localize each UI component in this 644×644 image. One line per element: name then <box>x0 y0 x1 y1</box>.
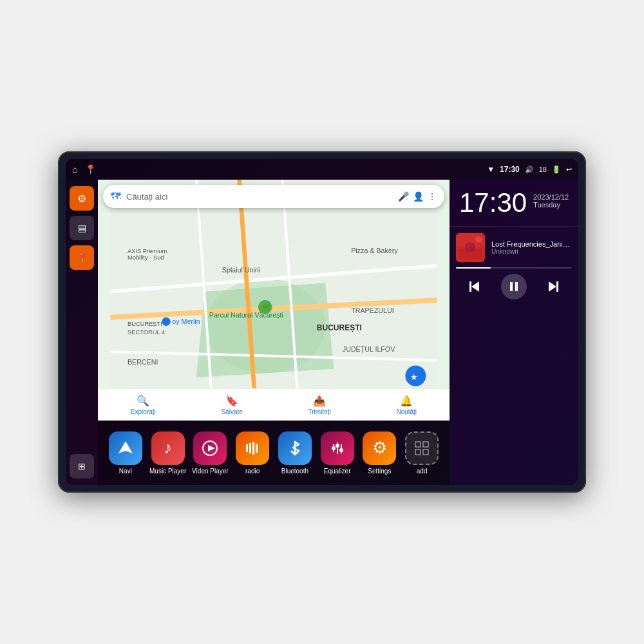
map-tab-explore[interactable]: 🔍 Explorați <box>131 395 156 415</box>
wifi-icon: ▼ <box>487 165 495 174</box>
map-search-actions: 🎤 👤 ⋮ <box>398 191 437 202</box>
center-area: Splaiul Unirii TRAPEZULUI BUCUREȘTI JUDE… <box>98 180 450 485</box>
account-icon[interactable]: 👤 <box>413 191 424 202</box>
files-icon: ▤ <box>78 223 86 233</box>
sidebar-files-button[interactable]: ▤ <box>70 216 94 240</box>
map-tab-saved[interactable]: 🔖 Salvate <box>221 395 242 415</box>
battery-icon: 🔋 <box>552 166 561 174</box>
svg-rect-32 <box>252 442 254 455</box>
app-bluetooth[interactable]: Bluetooth <box>274 431 316 475</box>
status-time: 17:30 <box>500 165 520 174</box>
svg-text:BERCENI: BERCENI <box>128 358 158 366</box>
svg-rect-54 <box>556 281 558 292</box>
explore-label: Explorați <box>131 408 156 415</box>
map-background: Splaiul Unirii TRAPEZULUI BUCUREȘTI JUDE… <box>98 180 450 421</box>
svg-rect-31 <box>249 443 251 453</box>
clock-widget: 17:30 2023/12/12 Tuesday <box>450 180 578 227</box>
svg-marker-2 <box>196 283 334 377</box>
app-settings[interactable]: ⚙ Settings <box>359 431 401 475</box>
progress-bar[interactable] <box>456 267 572 269</box>
share-label: Trimiteți <box>308 408 331 415</box>
navi-icon <box>109 431 142 465</box>
track-artist: Unknown <box>491 248 572 255</box>
svg-marker-49 <box>471 281 479 292</box>
sidebar-settings-button[interactable]: ⚙ <box>70 186 94 211</box>
svg-rect-51 <box>510 282 513 291</box>
equalizer-icon <box>321 431 354 465</box>
sidebar: ⚙ ▤ 📍 ⊞ <box>66 180 98 485</box>
svg-rect-30 <box>246 444 248 452</box>
clock-date: 2023/12/12 Tuesday <box>533 189 569 209</box>
volume-icon: 🔊 <box>525 166 534 174</box>
svg-text:BUCUREȘTI: BUCUREȘTI <box>128 321 162 327</box>
clock-row: 17:30 2023/12/12 Tuesday <box>459 189 569 216</box>
map-search-bar[interactable]: 🗺 Căutați aici 🎤 👤 ⋮ <box>103 185 444 208</box>
add-icon <box>405 431 439 465</box>
maps-icon[interactable]: 📍 <box>85 164 96 175</box>
svg-marker-27 <box>118 441 133 453</box>
app-music-player[interactable]: ♪ Music Player <box>147 431 189 475</box>
map-search-text[interactable]: Căutați aici <box>126 192 393 202</box>
track-details: Lost Frequencies_Janie... Unknown <box>491 240 572 255</box>
svg-text:SECTORUL 4: SECTORUL 4 <box>128 329 165 336</box>
app-radio[interactable]: radio <box>231 431 274 475</box>
svg-text:TRAPEZULUI: TRAPEZULUI <box>351 307 393 314</box>
more-icon[interactable]: ⋮ <box>428 191 437 202</box>
svg-rect-40 <box>415 442 421 447</box>
day-display: Tuesday <box>533 201 569 209</box>
map-container[interactable]: Splaiul Unirii TRAPEZULUI BUCUREȘTI JUDE… <box>98 180 450 421</box>
svg-point-20 <box>162 317 170 326</box>
home-icon[interactable]: ⌂ <box>72 164 77 175</box>
app-navi[interactable]: Navi <box>104 431 147 475</box>
svg-text:AXIS Premium: AXIS Premium <box>128 248 167 254</box>
svg-point-37 <box>336 444 339 448</box>
music-icon: ♪ <box>151 431 185 465</box>
explore-icon: 🔍 <box>137 395 149 407</box>
music-controls <box>456 274 572 299</box>
sidebar-grid-button[interactable]: ⊞ <box>70 454 94 478</box>
svg-rect-47 <box>459 249 482 259</box>
map-tab-share[interactable]: 📤 Trimiteți <box>308 395 331 415</box>
svg-text:BUCUREȘTI: BUCUREȘTI <box>317 323 362 332</box>
pause-button[interactable] <box>501 274 527 299</box>
music-widget: Lost Frequencies_Janie... Unknown <box>450 227 578 485</box>
date-display: 2023/12/12 <box>533 193 569 201</box>
svg-text:Splaiul Unirii: Splaiul Unirii <box>222 266 260 274</box>
settings-app-icon: ⚙ <box>363 431 396 465</box>
saved-icon: 🔖 <box>225 395 238 407</box>
add-label: add <box>417 468 428 475</box>
svg-text:oy Merlin: oy Merlin <box>172 317 200 325</box>
screen: ⌂ 📍 ▼ 17:30 🔊 18 🔋 ↩ ⚙ ▤ <box>66 159 578 485</box>
svg-text:🌿: 🌿 <box>261 303 270 312</box>
svg-text:★: ★ <box>410 372 418 382</box>
clock-display: 17:30 <box>459 189 527 216</box>
app-add[interactable]: add <box>401 431 443 475</box>
sidebar-maps-button[interactable]: 📍 <box>70 245 94 270</box>
svg-text:Parcul Natural Văcărești: Parcul Natural Văcărești <box>209 311 283 319</box>
map-tabs: 🔍 Explorați 🔖 Salvate 📤 Trimiteți <box>98 388 450 421</box>
music-info: Lost Frequencies_Janie... Unknown <box>456 233 572 262</box>
google-maps-icon: 🗺 <box>111 191 121 202</box>
svg-rect-41 <box>423 442 428 447</box>
car-device: ⌂ 📍 ▼ 17:30 🔊 18 🔋 ↩ ⚙ ▤ <box>58 151 586 493</box>
right-panel: 17:30 2023/12/12 Tuesday <box>450 180 578 485</box>
music-player-label: Music Player <box>149 468 186 475</box>
back-icon[interactable]: ↩ <box>566 166 572 174</box>
app-equalizer[interactable]: Equalizer <box>316 431 359 475</box>
news-icon: 🔔 <box>400 395 413 407</box>
album-art-image <box>456 233 485 262</box>
svg-rect-33 <box>256 444 258 453</box>
microphone-icon[interactable]: 🎤 <box>398 191 409 202</box>
svg-rect-43 <box>423 450 428 455</box>
svg-text:JUDEȚUL ILFOV: JUDEȚUL ILFOV <box>343 345 395 353</box>
app-video-player[interactable]: Video Player <box>189 431 232 475</box>
bluetooth-label: Bluetooth <box>281 468 308 475</box>
settings-icon: ⚙ <box>77 193 86 205</box>
main-content: ⚙ ▤ 📍 ⊞ <box>66 180 578 485</box>
svg-text:Mobility - Sud: Mobility - Sud <box>128 254 164 261</box>
map-tab-news[interactable]: 🔔 Noutăți <box>396 395 417 415</box>
prev-button[interactable] <box>463 275 486 298</box>
share-icon: 📤 <box>313 395 326 407</box>
next-button[interactable] <box>542 275 565 298</box>
news-label: Noutăți <box>396 408 417 415</box>
